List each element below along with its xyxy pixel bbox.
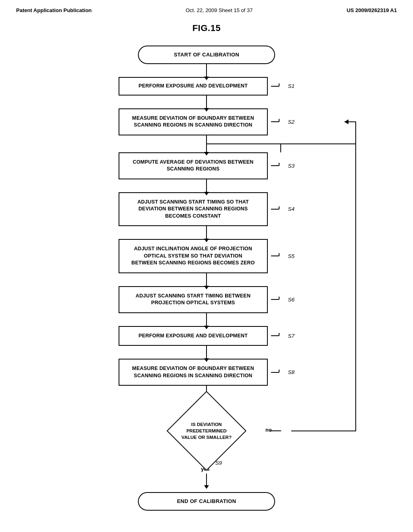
- s6-container: ADJUST SCANNING START TIMING BETWEENPROJ…: [69, 286, 344, 313]
- header-left: Patent Application Publication: [16, 7, 92, 13]
- s3-step-label: S3: [288, 163, 295, 169]
- no-label: no: [265, 427, 272, 433]
- end-node-container: END OF CALIBRATION: [0, 492, 413, 511]
- start-node: START OF CALIBRATION: [138, 46, 275, 64]
- decision-text: IS DEVIATIONPREDETERMINEDVALUE OR SMALLE…: [174, 399, 239, 463]
- arrow-s6-to-s7: [206, 313, 207, 326]
- header-right: US 2009/0262319 A1: [346, 7, 397, 13]
- s2-box: MEASURE DEVIATION OF BOUNDARY BETWEENSCA…: [119, 108, 268, 135]
- s8-container: MEASURE DEVIATION OF BOUNDARY BETWEENSCA…: [69, 359, 344, 386]
- s5-box: ADJUST INCLINATION ANGLE OF PROJECTIONOP…: [119, 239, 268, 273]
- s3-label: S3: [271, 162, 295, 170]
- figure-title: FIG.15: [0, 23, 413, 33]
- flowchart: START OF CALIBRATION PERFORM EXPOSURE AN…: [0, 46, 413, 527]
- s6-label: S6: [271, 295, 295, 303]
- arrow-s1-to-s2: [206, 96, 207, 108]
- s7-box: PERFORM EXPOSURE AND DEVELOPMENT: [119, 326, 268, 346]
- start-node-container: START OF CALIBRATION: [0, 46, 413, 64]
- s3-container: COMPUTE AVERAGE OF DEVIATIONS BETWEENSCA…: [69, 152, 344, 179]
- s5-step-label: S5: [288, 253, 295, 259]
- s1-step-label: S1: [288, 83, 295, 89]
- s4-label: S4: [271, 205, 295, 213]
- s2-step-label: S2: [288, 119, 295, 125]
- diamond-section: IS DEVIATIONPREDETERMINEDVALUE OR SMALLE…: [69, 399, 344, 463]
- s8-label: S8: [271, 368, 295, 376]
- s6-box: ADJUST SCANNING START TIMING BETWEENPROJ…: [119, 286, 268, 313]
- arrow-start-to-s1: [206, 64, 207, 77]
- s4-step-label: S4: [288, 206, 295, 212]
- s4-box: ADJUST SCANNING START TIMING SO THATDEVI…: [119, 192, 268, 227]
- arrow-s7-to-s8: [206, 346, 207, 359]
- no-arrow-horizontal: [270, 430, 281, 431]
- s1-label: S1: [271, 82, 295, 90]
- s2-label: S2: [271, 118, 295, 126]
- s1-box: PERFORM EXPOSURE AND DEVELOPMENT: [119, 77, 268, 96]
- s8-step-label: S8: [288, 369, 295, 375]
- arrow-s4-to-s5: [206, 226, 207, 239]
- page-header: Patent Application Publication Oct. 22, …: [0, 0, 413, 13]
- decision-diamond: IS DEVIATIONPREDETERMINEDVALUE OR SMALLE…: [174, 399, 239, 463]
- s8-box: MEASURE DEVIATION OF BOUNDARY BETWEENSCA…: [119, 359, 268, 386]
- s4-container: ADJUST SCANNING START TIMING SO THATDEVI…: [69, 192, 344, 227]
- s7-label: S7: [271, 332, 295, 340]
- s6-step-label: S6: [288, 297, 295, 303]
- arrow-s5-to-s6: [206, 273, 207, 286]
- s2-container: MEASURE DEVIATION OF BOUNDARY BETWEENSCA…: [69, 108, 344, 135]
- s3-box: COMPUTE AVERAGE OF DEVIATIONS BETWEENSCA…: [119, 152, 268, 179]
- s5-label: S5: [271, 252, 295, 260]
- arrow-s3-to-s4: [206, 179, 207, 192]
- end-node: END OF CALIBRATION: [138, 492, 275, 511]
- s5-container: ADJUST INCLINATION ANGLE OF PROJECTIONOP…: [69, 239, 344, 273]
- header-center: Oct. 22, 2009 Sheet 15 of 37: [186, 7, 252, 13]
- s7-step-label: S7: [288, 333, 295, 339]
